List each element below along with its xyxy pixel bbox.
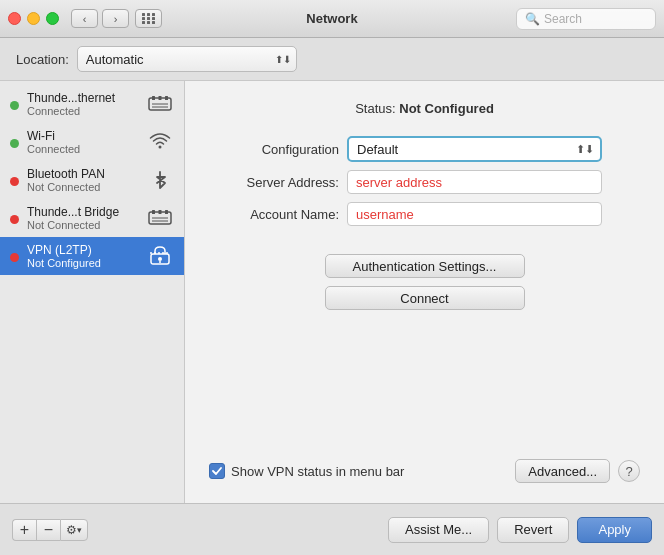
show-vpn-label: Show VPN status in menu bar [231, 464, 404, 479]
network-name: Thunde...t Bridge [27, 205, 142, 219]
advanced-button[interactable]: Advanced... [515, 459, 610, 483]
status-label: Status: [355, 101, 395, 116]
add-network-button[interactable]: + [12, 519, 36, 541]
svg-rect-1 [152, 96, 155, 100]
assist-me-button[interactable]: Assist Me... [388, 517, 489, 543]
titlebar: ‹ › Network 🔍 Search [0, 0, 664, 38]
button-row: Authentication Settings... Connect [209, 254, 640, 310]
status-value: Not Configured [399, 101, 494, 116]
back-button[interactable]: ‹ [71, 9, 98, 28]
apply-button[interactable]: Apply [577, 517, 652, 543]
help-button[interactable]: ? [618, 460, 640, 482]
configuration-select[interactable]: Default [347, 136, 602, 162]
bottom-toolbar: + − ⚙▾ Assist Me... Revert Apply [0, 503, 664, 555]
status-row: Status: Not Configured [209, 101, 640, 116]
network-status: Not Connected [27, 181, 142, 193]
sidebar-item-thunderbolt-bridge[interactable]: Thunde...t Bridge Not Connected [0, 199, 184, 237]
app-switcher-button[interactable] [135, 9, 162, 28]
status-dot-red [10, 253, 19, 262]
configuration-label: Configuration [209, 142, 339, 157]
gear-menu-button[interactable]: ⚙▾ [60, 519, 88, 541]
chevron-down-icon: ▾ [77, 525, 82, 535]
svg-rect-3 [165, 96, 168, 100]
traffic-lights [8, 12, 59, 25]
grid-icon [142, 13, 156, 24]
network-name: Wi-Fi [27, 129, 142, 143]
network-status: Not Connected [27, 219, 142, 231]
search-box: 🔍 Search [516, 8, 656, 30]
account-name-row: Account Name: [209, 202, 640, 226]
location-bar: Location: Automatic Custom Location ⬆⬇ [0, 38, 664, 81]
svg-rect-10 [165, 210, 168, 214]
sidebar-item-thunderbolt-ethernet[interactable]: Thunde...thernet Connected [0, 85, 184, 123]
connect-button[interactable]: Connect [325, 286, 525, 310]
network-name: VPN (L2TP) [27, 243, 142, 257]
show-vpn-checkbox[interactable] [209, 463, 225, 479]
configuration-row: Configuration Default ⬆⬇ [209, 136, 640, 162]
account-name-label: Account Name: [209, 207, 339, 222]
sidebar-controls: + − ⚙▾ [12, 519, 197, 541]
status-dot-red [10, 215, 19, 224]
right-bottom: Show VPN status in menu bar Advanced... … [209, 459, 640, 483]
account-name-input[interactable] [347, 202, 602, 226]
svg-rect-8 [152, 210, 155, 214]
form-section: Configuration Default ⬆⬇ Server Address:… [209, 136, 640, 226]
minimize-button[interactable] [27, 12, 40, 25]
svg-rect-2 [159, 96, 162, 100]
forward-button[interactable]: › [102, 9, 129, 28]
network-name: Thunde...thernet [27, 91, 142, 105]
vpn-icon [146, 244, 174, 268]
gear-icon: ⚙ [66, 523, 77, 537]
revert-button[interactable]: Revert [497, 517, 569, 543]
svg-rect-9 [159, 210, 162, 214]
show-vpn-checkbox-row: Show VPN status in menu bar [209, 463, 404, 479]
network-name: Bluetooth PAN [27, 167, 142, 181]
location-label: Location: [16, 52, 69, 67]
right-panel: Status: Not Configured Configuration Def… [185, 81, 664, 503]
sidebar-item-vpn[interactable]: VPN (L2TP) Not Configured [0, 237, 184, 275]
close-button[interactable] [8, 12, 21, 25]
remove-network-button[interactable]: − [36, 519, 60, 541]
server-address-label: Server Address: [209, 175, 339, 190]
network-status: Not Configured [27, 257, 142, 269]
status-dot-green [10, 139, 19, 148]
server-address-row: Server Address: [209, 170, 640, 194]
status-dot-green [10, 101, 19, 110]
svg-point-14 [158, 257, 162, 261]
search-placeholder: Search [544, 12, 582, 26]
search-icon: 🔍 [525, 12, 540, 26]
ethernet-icon [146, 92, 174, 116]
status-dot-red [10, 177, 19, 186]
server-address-input[interactable] [347, 170, 602, 194]
window-title: Network [306, 11, 357, 26]
maximize-button[interactable] [46, 12, 59, 25]
sidebar-item-wifi[interactable]: Wi-Fi Connected [0, 123, 184, 161]
ethernet-bridge-icon [146, 206, 174, 230]
location-select-wrapper: Automatic Custom Location ⬆⬇ [77, 46, 297, 72]
auth-settings-button[interactable]: Authentication Settings... [325, 254, 525, 278]
network-status: Connected [27, 143, 142, 155]
sidebar-item-bluetooth[interactable]: Bluetooth PAN Not Connected [0, 161, 184, 199]
wifi-icon [146, 130, 174, 154]
sidebar: Thunde...thernet Connected Wi-Fi Connect… [0, 81, 185, 503]
configuration-select-wrapper: Default ⬆⬇ [347, 136, 602, 162]
svg-point-6 [159, 146, 162, 149]
network-status: Connected [27, 105, 142, 117]
main-content: Thunde...thernet Connected Wi-Fi Connect… [0, 81, 664, 503]
location-select[interactable]: Automatic Custom Location [77, 46, 297, 72]
nav-buttons: ‹ › [71, 9, 129, 28]
bottom-right-buttons: Assist Me... Revert Apply [388, 517, 652, 543]
bluetooth-icon [146, 168, 174, 192]
